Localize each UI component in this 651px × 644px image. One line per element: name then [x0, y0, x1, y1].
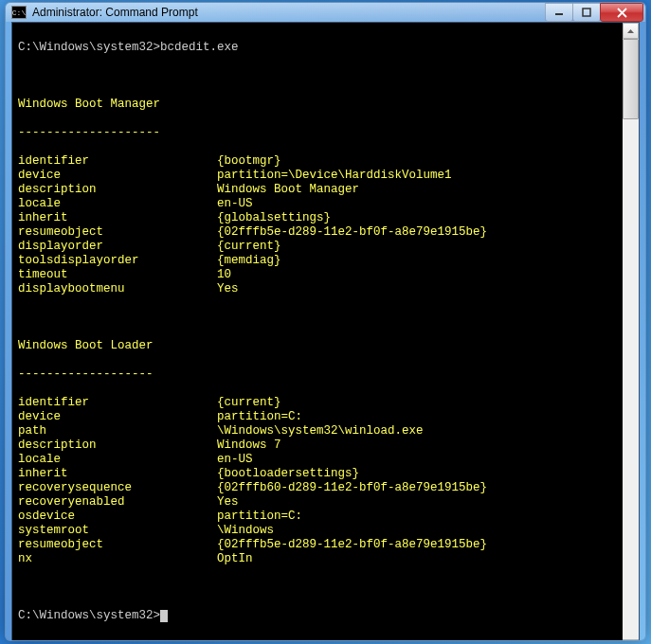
prompt-line: C:\Windows\system32>: [18, 609, 621, 623]
minimize-button[interactable]: [545, 3, 573, 22]
output-key: osdevice: [18, 510, 217, 524]
output-value: OptIn: [217, 552, 253, 566]
output-row: timeout10: [18, 268, 621, 282]
console-output[interactable]: C:\Windows\system32>bcdedit.exe Windows …: [12, 23, 623, 641]
output-key: displayorder: [18, 240, 217, 254]
output-row: resumeobject{02fffb5e-d289-11e2-bf0f-a8e…: [18, 225, 621, 240]
output-key: systemroot: [18, 524, 217, 538]
section-title: Windows Boot Loader: [18, 339, 621, 353]
output-value: en-US: [217, 453, 253, 467]
output-row: descriptionWindows 7: [18, 438, 621, 453]
output-value: {current}: [217, 396, 281, 410]
prompt-path: C:\Windows\system32>: [18, 609, 160, 622]
maximize-icon: [582, 8, 591, 17]
window-controls: [546, 3, 643, 22]
prompt-path: C:\Windows\system32>: [18, 41, 160, 54]
cursor: [160, 610, 168, 622]
output-row: devicepartition=C:: [18, 410, 621, 424]
output-key: description: [18, 183, 217, 197]
minimize-icon: [554, 8, 564, 17]
output-value: {current}: [217, 240, 281, 254]
output-key: locale: [18, 197, 217, 211]
output-value: {02fffb5e-d289-11e2-bf0f-a8e79e1915be}: [217, 225, 487, 240]
output-key: path: [18, 424, 217, 438]
output-value: Yes: [217, 282, 239, 296]
output-key: identifier: [18, 154, 217, 169]
output-row: recoveryenabledYes: [18, 495, 621, 510]
output-value: {bootmgr}: [217, 154, 281, 169]
output-row: inherit{globalsettings}: [18, 211, 621, 225]
command-text: bcdedit.exe: [160, 41, 239, 54]
scroll-down-button[interactable]: [623, 639, 639, 641]
chevron-up-icon: [627, 29, 634, 33]
output-value: {memdiag}: [217, 254, 281, 268]
output-value: \Windows: [217, 524, 274, 538]
section-title: Windows Boot Manager: [18, 98, 621, 112]
blank-line: [18, 311, 621, 325]
output-row: toolsdisplayorder{memdiag}: [18, 254, 621, 268]
svg-marker-4: [627, 29, 634, 33]
output-key: device: [18, 169, 217, 183]
output-key: recoveryenabled: [18, 495, 217, 510]
output-value: partition=C:: [217, 410, 302, 424]
blank-line: [18, 581, 621, 595]
output-row: systemroot\Windows: [18, 524, 621, 538]
close-icon: [617, 8, 627, 18]
cmd-icon: C:\: [11, 6, 27, 19]
output-row: identifier{bootmgr}: [18, 154, 621, 169]
output-value: \Windows\system32\winload.exe: [217, 424, 424, 438]
output-value: {02fffb60-d289-11e2-bf0f-a8e79e1915be}: [217, 481, 487, 495]
section-underline: --------------------: [18, 126, 621, 140]
output-value: partition=\Device\HarddiskVolume1: [217, 169, 452, 183]
scroll-thumb[interactable]: [623, 39, 639, 119]
output-value: Windows Boot Manager: [217, 183, 359, 197]
output-key: identifier: [18, 396, 217, 410]
prompt-line: C:\Windows\system32>bcdedit.exe: [18, 41, 621, 55]
output-key: description: [18, 438, 217, 453]
output-row: displaybootmenuYes: [18, 282, 621, 296]
output-value: {globalsettings}: [217, 211, 331, 225]
output-key: displaybootmenu: [18, 282, 217, 296]
output-key: timeout: [18, 268, 217, 282]
output-key: recoverysequence: [18, 481, 217, 495]
output-row: descriptionWindows Boot Manager: [18, 183, 621, 197]
output-key: toolsdisplayorder: [18, 254, 217, 268]
console-client-area: C:\Windows\system32>bcdedit.exe Windows …: [11, 22, 640, 641]
output-row: path\Windows\system32\winload.exe: [18, 424, 621, 438]
window-title: Administrator: Command Prompt: [32, 6, 546, 19]
svg-rect-1: [583, 9, 590, 16]
output-row: osdevicepartition=C:: [18, 510, 621, 524]
titlebar[interactable]: C:\ Administrator: Command Prompt: [6, 3, 645, 22]
output-row: nxOptIn: [18, 552, 621, 566]
command-prompt-window: C:\ Administrator: Command Prompt C:\Win…: [5, 2, 646, 641]
output-row: displayorder{current}: [18, 240, 621, 254]
output-row: resumeobject{02fffb5e-d289-11e2-bf0f-a8e…: [18, 538, 621, 552]
output-row: identifier{current}: [18, 396, 621, 410]
scroll-up-button[interactable]: [623, 23, 639, 39]
output-key: inherit: [18, 467, 217, 481]
output-value: Yes: [217, 495, 239, 510]
output-row: devicepartition=\Device\HarddiskVolume1: [18, 169, 621, 183]
output-value: partition=C:: [217, 510, 302, 524]
output-row: localeen-US: [18, 197, 621, 211]
output-row: localeen-US: [18, 453, 621, 467]
output-value: Windows 7: [217, 438, 281, 453]
output-key: inherit: [18, 211, 217, 225]
output-key: nx: [18, 552, 217, 566]
blank-line: [18, 69, 621, 83]
section-underline: -------------------: [18, 367, 621, 382]
maximize-button[interactable]: [572, 3, 601, 22]
scroll-track[interactable]: [623, 39, 639, 639]
output-key: locale: [18, 453, 217, 467]
vertical-scrollbar[interactable]: [623, 23, 639, 641]
output-key: resumeobject: [18, 538, 217, 552]
output-value: en-US: [217, 197, 253, 211]
output-value: {bootloadersettings}: [217, 467, 359, 481]
output-key: resumeobject: [18, 225, 217, 240]
close-button[interactable]: [600, 3, 643, 22]
output-value: 10: [217, 268, 231, 282]
output-row: recoverysequence{02fffb60-d289-11e2-bf0f…: [18, 481, 621, 495]
output-row: inherit{bootloadersettings}: [18, 467, 621, 481]
output-key: device: [18, 410, 217, 424]
output-value: {02fffb5e-d289-11e2-bf0f-a8e79e1915be}: [217, 538, 487, 552]
